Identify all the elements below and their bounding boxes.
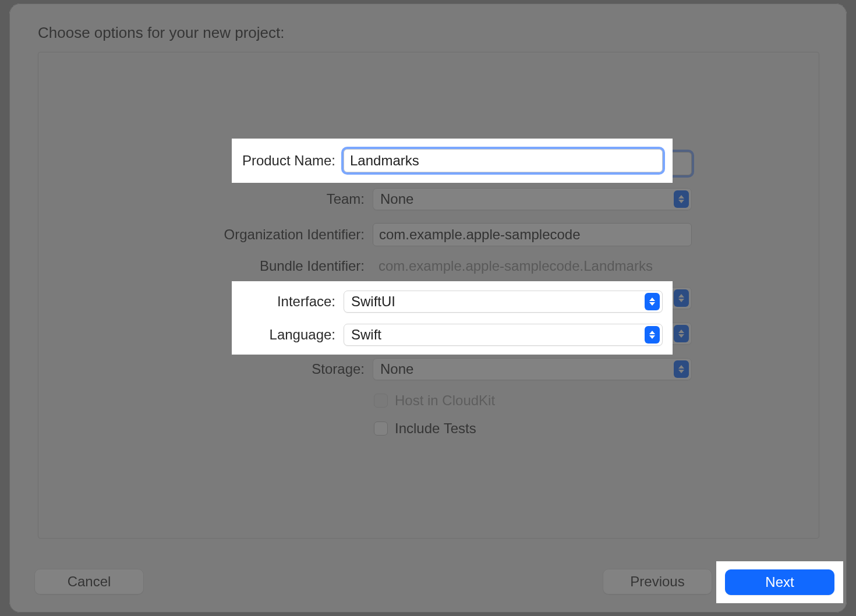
row-include-tests: Include Tests xyxy=(38,415,819,442)
row-storage: Storage: None xyxy=(38,351,819,387)
language-value: Swift xyxy=(351,327,381,343)
label-bundle-id: Bundle Identifier: xyxy=(38,258,373,274)
interface-value: SwiftUI xyxy=(351,293,395,310)
previous-button-label: Previous xyxy=(630,573,684,590)
label-language: Language: xyxy=(232,327,344,343)
bundle-id-value: com.example.apple-samplecode.Landmarks xyxy=(373,258,692,274)
sheet-title: Choose options for your new project: xyxy=(38,24,284,42)
label-cloudkit: Host in CloudKit xyxy=(395,392,495,409)
highlight-product-name: Product Name: xyxy=(232,139,673,183)
cancel-button-label: Cancel xyxy=(68,573,111,590)
label-org-id: Organization Identifier: xyxy=(38,226,373,243)
label-product-name: Product Name: xyxy=(232,153,344,169)
label-storage: Storage: xyxy=(38,361,373,377)
updown-icon xyxy=(645,293,660,310)
highlight-next-button: Next xyxy=(716,561,843,603)
label-team: Team: xyxy=(38,191,373,207)
row-bundle-id: Bundle Identifier: com.example.apple-sam… xyxy=(38,252,819,280)
include-tests-checkbox[interactable] xyxy=(374,422,388,436)
product-name-input[interactable] xyxy=(344,149,663,172)
next-button-label: Next xyxy=(765,574,794,590)
language-popup[interactable]: Swift xyxy=(344,324,663,346)
cancel-button[interactable]: Cancel xyxy=(34,569,144,594)
row-org-id: Organization Identifier: xyxy=(38,217,819,252)
next-button[interactable]: Next xyxy=(725,569,834,595)
row-team: Team: None xyxy=(38,181,819,217)
row-cloudkit: Host in CloudKit xyxy=(38,387,819,415)
org-id-input[interactable] xyxy=(373,223,692,246)
options-form: Product Name: Team: None Organization Id… xyxy=(38,52,819,442)
label-include-tests: Include Tests xyxy=(395,420,476,437)
team-popup[interactable]: None xyxy=(373,188,692,210)
updown-icon xyxy=(674,325,689,342)
updown-icon xyxy=(674,190,689,208)
team-value: None xyxy=(380,191,413,207)
cloudkit-checkbox xyxy=(374,394,388,408)
storage-value: None xyxy=(380,361,413,377)
updown-icon xyxy=(674,289,689,307)
interface-popup[interactable]: SwiftUI xyxy=(344,291,663,313)
storage-popup[interactable]: None xyxy=(373,358,692,380)
previous-button[interactable]: Previous xyxy=(603,569,712,594)
label-interface: Interface: xyxy=(232,293,344,310)
updown-icon xyxy=(674,360,689,378)
updown-icon xyxy=(645,326,660,344)
highlight-interface-language: Interface: SwiftUI Language: Swift xyxy=(232,281,673,355)
